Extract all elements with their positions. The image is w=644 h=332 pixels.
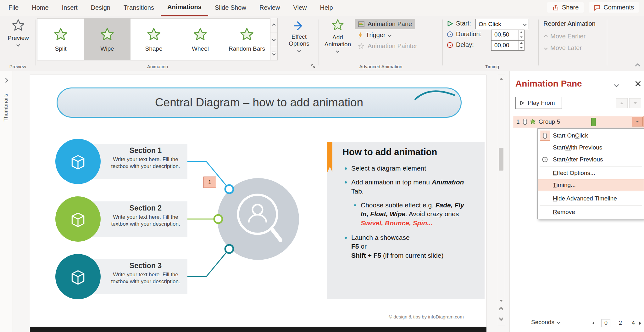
delay-spin-buttons[interactable] xyxy=(518,41,524,50)
howto-list: Select a diagram element Add animation i… xyxy=(342,164,467,265)
menu-remove[interactable]: Remove xyxy=(538,206,644,218)
timeline-scroll-right-icon[interactable] xyxy=(639,322,641,325)
menu-hide-advanced-timeline[interactable]: Hide Advanced Timeline xyxy=(538,193,644,205)
animation-item-group5[interactable]: 1 Group 5 xyxy=(513,116,644,127)
delay-value: 00,00 xyxy=(491,41,518,50)
expand-thumbnails-icon[interactable] xyxy=(3,78,8,83)
previous-slide-button[interactable] xyxy=(498,306,504,313)
spin-down-button[interactable] xyxy=(519,35,524,40)
trigger-button[interactable]: Trigger xyxy=(355,30,394,40)
close-pane-icon[interactable] xyxy=(634,80,642,87)
tab-slide-show[interactable]: Slide Show xyxy=(208,0,253,16)
advanced-animation-group-label: Advanced Animation xyxy=(319,64,442,69)
delay-spinner[interactable]: 00,00 xyxy=(491,40,525,51)
effect-label: Random Bars xyxy=(229,45,265,52)
tab-insert[interactable]: Insert xyxy=(55,0,84,16)
add-animation-label: Add Animation xyxy=(323,34,352,48)
tab-transitions[interactable]: Transitions xyxy=(117,0,161,16)
spin-up-button[interactable] xyxy=(519,30,524,35)
collapse-ribbon-icon[interactable] xyxy=(635,64,640,69)
effect-split[interactable]: Split xyxy=(37,19,84,60)
menu-start-on-click[interactable]: Start On Click xyxy=(538,130,644,142)
comments-label: Comments xyxy=(603,4,634,11)
spin-down-button[interactable] xyxy=(519,46,524,51)
add-animation-button[interactable]: Add Animation xyxy=(323,18,353,62)
next-slide-button[interactable] xyxy=(498,315,504,322)
gallery-scroll-down-button[interactable] xyxy=(270,32,278,47)
duration-spinner[interactable]: 00,50 xyxy=(491,30,525,40)
central-circle[interactable] xyxy=(217,178,299,260)
tab-help[interactable]: Help xyxy=(314,0,340,16)
trigger-lightning-icon xyxy=(358,31,363,39)
play-from-button[interactable]: Play From xyxy=(515,97,562,109)
tab-animations[interactable]: Animations xyxy=(161,0,208,16)
tab-review[interactable]: Review xyxy=(253,0,287,16)
menu-timing-highlighted[interactable]: Timing... xyxy=(538,179,644,191)
duration-spin-buttons[interactable] xyxy=(518,30,524,40)
spin-up-button[interactable] xyxy=(519,41,524,46)
chevron-down-icon xyxy=(544,46,547,50)
trigger-label: Trigger xyxy=(366,31,386,39)
share-button[interactable]: Share xyxy=(547,2,584,13)
scroll-down-button[interactable] xyxy=(498,297,504,305)
item-dropdown-button[interactable] xyxy=(632,117,643,127)
animation-pane-icon xyxy=(358,21,365,28)
effect-label: Split xyxy=(55,45,67,52)
timeline-bar[interactable] xyxy=(591,118,596,126)
timeline-number: 4 xyxy=(630,320,636,326)
pane-reorder-buttons xyxy=(616,98,641,108)
start-play-icon xyxy=(447,20,453,27)
tab-design[interactable]: Design xyxy=(84,0,117,16)
slide-canvas[interactable]: Central Diagram – how to add animation S… xyxy=(30,75,486,327)
section-3-circle[interactable] xyxy=(55,254,101,299)
animation-number-badge[interactable]: 1 xyxy=(203,177,216,188)
effect-random-bars[interactable]: Random Bars xyxy=(224,19,270,60)
ribbon-tab-bar: File Home Insert Design Transitions Anim… xyxy=(0,0,644,16)
start-dropdown[interactable]: On Click xyxy=(475,19,529,29)
thumbnails-panel: Thumbnails xyxy=(0,71,13,332)
animation-pane-button[interactable]: Animation Pane xyxy=(355,19,415,29)
scroll-up-button[interactable] xyxy=(498,75,504,82)
menu-separator xyxy=(540,205,642,205)
seconds-dropdown[interactable]: Seconds xyxy=(531,319,560,326)
menu-start-after-previous[interactable]: Start After Previous xyxy=(538,154,644,166)
scroll-thumb[interactable] xyxy=(499,148,503,171)
pane-options-chevron-icon[interactable] xyxy=(614,82,619,87)
section-2-circle[interactable] xyxy=(55,196,101,242)
timeline-zero-marker[interactable]: 0 xyxy=(602,319,610,327)
gallery-scroll-up-button[interactable] xyxy=(270,18,278,32)
vertical-scrollbar[interactable] xyxy=(498,75,505,325)
share-label: Share xyxy=(562,4,579,11)
section-1-name: Section 1 xyxy=(106,146,186,155)
tab-file[interactable]: File xyxy=(2,0,25,16)
effect-wipe-selected[interactable]: Wipe xyxy=(84,19,130,60)
animation-dialog-launcher-icon[interactable] xyxy=(311,64,316,69)
tab-view[interactable]: View xyxy=(287,0,314,16)
menu-effect-options[interactable]: Effect Options... xyxy=(538,167,644,179)
timeline-tick xyxy=(614,321,614,325)
howto-panel[interactable]: How to add animation Select a diagram el… xyxy=(327,142,485,299)
howto-sub-bullet: Choose subtle effect e.g. Fade, Fly In, … xyxy=(352,201,467,228)
timeline-scroll-left-icon[interactable] xyxy=(592,322,594,325)
comments-button[interactable]: Comments xyxy=(589,2,639,13)
effect-shape[interactable]: Shape xyxy=(130,19,177,60)
timeline-ruler: 0 2 4 xyxy=(592,319,641,327)
effect-options-arrow-icon xyxy=(292,18,306,31)
move-earlier-button: Move Earlier xyxy=(545,33,586,40)
section-1-body: Write your text here. Fill the textbox w… xyxy=(106,156,186,170)
menu-start-with-previous[interactable]: Start With Previous xyxy=(538,142,644,154)
effect-wheel[interactable]: Wheel xyxy=(177,19,224,60)
split-star-icon xyxy=(53,27,69,42)
start-dropdown-arrow[interactable] xyxy=(521,19,529,29)
group-divider xyxy=(36,20,36,65)
preview-button[interactable]: Preview xyxy=(3,18,34,62)
wheel-star-icon xyxy=(192,27,208,42)
duration-value: 00,50 xyxy=(491,30,518,40)
gallery-more-button[interactable] xyxy=(270,46,278,60)
move-later-label: Move Later xyxy=(550,44,582,52)
effect-options-button[interactable]: Effect Options xyxy=(281,18,317,62)
tab-home[interactable]: Home xyxy=(25,0,55,16)
slide-title[interactable]: Central Diagram – how to add animation xyxy=(57,87,462,118)
section-1-circle[interactable] xyxy=(55,139,101,184)
animation-order-number: 1 xyxy=(516,118,520,125)
